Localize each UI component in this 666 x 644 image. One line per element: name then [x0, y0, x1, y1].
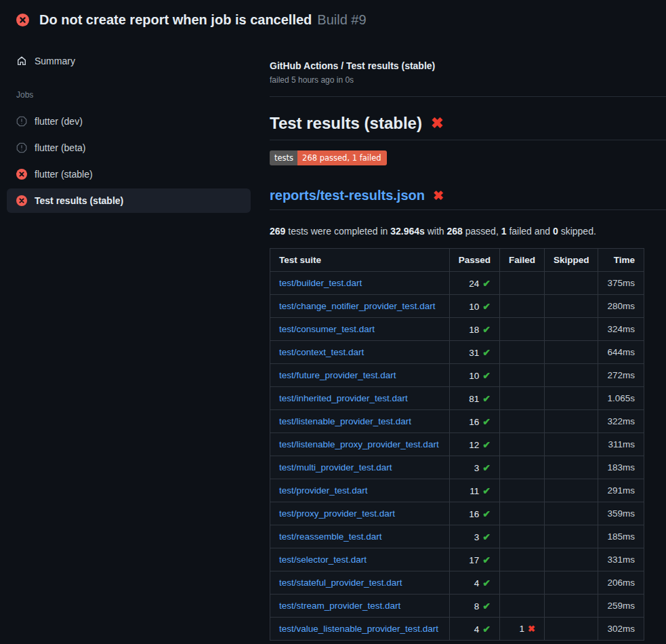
table-row: test/change_notifier_provider_test.dart1… [270, 295, 644, 318]
run-title: Do not create report when job is cancell… [39, 12, 312, 27]
column-header-passed: Passed [449, 249, 499, 272]
time-cell: 259ms [598, 595, 644, 618]
badge-label: tests [270, 150, 297, 165]
x-circle-icon [16, 169, 27, 180]
skipped-cell [544, 295, 598, 318]
table-header-row: Test suite Passed Failed Skipped Time [270, 249, 644, 272]
sidebar-item-test-results-stable[interactable]: Test results (stable) [7, 188, 251, 213]
suite-cell: test/stateful_provider_test.dart [270, 571, 450, 595]
summary-text: with [425, 226, 447, 237]
passed-cell: 16✔ [449, 502, 499, 525]
suite-cell: test/stream_provider_test.dart [270, 595, 450, 618]
check-icon: ✔ [482, 462, 491, 473]
sidebar-item-summary[interactable]: Summary [7, 49, 251, 73]
passed-cell-count: 8 [474, 601, 480, 611]
time-cell: 1.065s [598, 387, 644, 410]
home-icon [16, 56, 27, 66]
check-icon: ✔ [482, 278, 491, 289]
passed-cell: 16✔ [449, 410, 499, 433]
suite-link[interactable]: test/reassemble_test.dart [279, 531, 382, 542]
suite-link[interactable]: test/change_notifier_provider_test.dart [279, 301, 435, 311]
passed-cell-count: 11 [470, 486, 479, 496]
passed-cell-count: 24 [469, 279, 479, 289]
suite-link[interactable]: test/selector_test.dart [279, 555, 367, 565]
main-content: GitHub Actions / Test results (stable) f… [270, 36, 666, 641]
suite-cell: test/listenable_provider_test.dart [270, 410, 450, 433]
table-row: test/multi_provider_test.dart3✔183ms [270, 456, 644, 479]
failed-x-icon: ✖ [431, 116, 443, 131]
skipped-cell [544, 318, 598, 341]
skipped-cell [544, 525, 598, 548]
skipped-cell [544, 502, 598, 525]
suite-link[interactable]: test/proxy_provider_test.dart [279, 508, 395, 519]
skipped-cell [544, 456, 598, 479]
suite-link[interactable]: test/provider_test.dart [279, 485, 368, 496]
job-item-label: flutter (beta) [35, 142, 85, 153]
suite-link[interactable]: test/value_listenable_provider_test.dart [279, 624, 438, 634]
passed-cell-count: 81 [469, 394, 479, 404]
suite-link[interactable]: test/context_test.dart [279, 347, 364, 357]
check-icon: ✔ [482, 439, 491, 450]
check-icon: ✔ [482, 324, 491, 335]
failed-cell [499, 571, 544, 595]
table-row: test/inherited_provider_test.dart81✔1.06… [270, 387, 644, 410]
suite-link[interactable]: test/listenable_proxy_provider_test.dart [279, 439, 439, 449]
report-file-link[interactable]: reports/test-results.json [270, 188, 425, 203]
sidebar: Summary Jobs flutter (dev)flutter (beta)… [0, 36, 270, 641]
suite-link[interactable]: test/multi_provider_test.dart [279, 462, 392, 472]
failed-cell [499, 433, 544, 456]
suite-link[interactable]: test/stream_provider_test.dart [279, 601, 400, 611]
passed-cell-count: 10 [469, 302, 479, 312]
passed-cell: 81✔ [449, 387, 499, 410]
skipped-cell [544, 387, 598, 410]
failed-cell [499, 502, 544, 525]
run-header: Do not create report when job is cancell… [0, 0, 666, 36]
table-row: test/stream_provider_test.dart8✔259ms [270, 595, 644, 618]
sidebar-item-flutter-stable[interactable]: flutter (stable) [7, 162, 251, 186]
suite-link[interactable]: test/inherited_provider_test.dart [279, 393, 408, 403]
table-row: test/reassemble_test.dart3✔185ms [270, 525, 644, 548]
check-icon: ✔ [482, 485, 491, 496]
job-item-label: Test results (stable) [35, 195, 123, 206]
check-icon: ✔ [482, 416, 491, 427]
suite-link[interactable]: test/consumer_test.dart [279, 324, 375, 334]
column-header-failed: Failed [499, 249, 544, 272]
passed-cell-count: 16 [469, 509, 479, 519]
check-icon: ✔ [482, 624, 491, 635]
stop-cancelled-icon [16, 142, 27, 153]
table-row: test/listenable_proxy_provider_test.dart… [270, 433, 644, 456]
passed-cell: 18✔ [449, 318, 499, 341]
table-row: test/provider_test.dart11✔291ms [270, 479, 644, 502]
table-row: test/proxy_provider_test.dart16✔359ms [270, 502, 644, 525]
suite-link[interactable]: test/stateful_provider_test.dart [279, 578, 402, 588]
time-cell: 280ms [598, 295, 644, 318]
passed-cell: 24✔ [449, 272, 499, 295]
sidebar-summary-label: Summary [35, 56, 75, 66]
summary-text: failed and [507, 226, 554, 237]
sidebar-item-flutter-beta[interactable]: flutter (beta) [7, 136, 251, 160]
check-icon: ✔ [482, 393, 491, 404]
sidebar-item-flutter-dev[interactable]: flutter (dev) [7, 109, 251, 134]
table-row: test/future_provider_test.dart10✔272ms [270, 364, 644, 387]
table-row: test/value_listenable_provider_test.dart… [270, 618, 644, 641]
job-item-label: flutter (dev) [35, 116, 83, 127]
passed-cell-count: 3 [474, 463, 480, 473]
jobs-list: flutter (dev)flutter (beta)flutter (stab… [7, 109, 251, 213]
table-row: test/selector_test.dart17✔331ms [270, 548, 644, 571]
time-cell: 272ms [598, 364, 644, 387]
passed-count: 268 [447, 226, 463, 237]
time-cell: 311ms [598, 433, 644, 456]
suite-link[interactable]: test/builder_test.dart [279, 278, 362, 288]
tests-status-badge: tests 268 passed, 1 failed [270, 150, 387, 165]
section-title: Test results (stable) [270, 114, 422, 133]
check-icon: ✔ [482, 370, 491, 381]
suite-link[interactable]: test/listenable_provider_test.dart [279, 416, 411, 426]
skipped-cell [544, 571, 598, 595]
duration: 32.964s [390, 226, 425, 237]
failed-cell [499, 341, 544, 364]
suite-cell: test/context_test.dart [270, 341, 450, 364]
time-cell: 359ms [598, 502, 644, 525]
suite-link[interactable]: test/future_provider_test.dart [279, 370, 396, 380]
failed-cell [499, 456, 544, 479]
time-cell: 324ms [598, 318, 644, 341]
